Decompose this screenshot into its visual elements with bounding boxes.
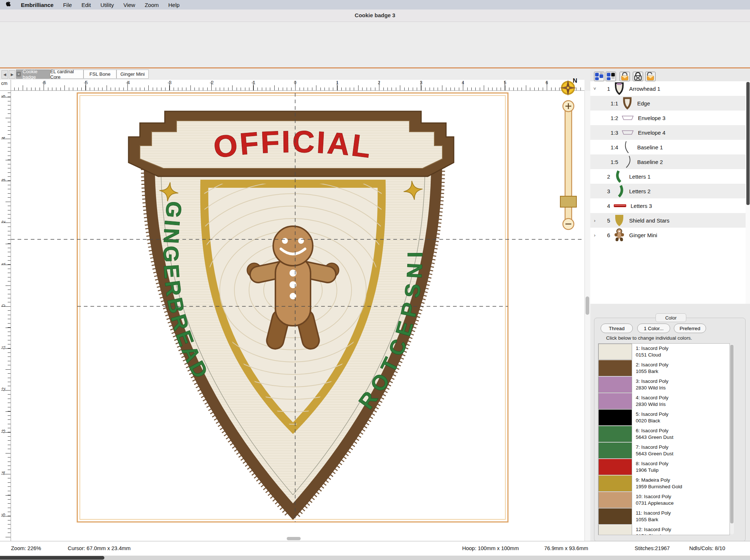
object-number: 1:2 (598, 115, 618, 121)
thread-row[interactable]: 9: Madeira Poly1959 Burnished Gold (598, 475, 729, 492)
ruler-label: -4 (124, 80, 131, 85)
chevron-down-icon[interactable]: ˅ (592, 86, 598, 92)
object-row-envelope-3[interactable]: 1:2 Envelope 3 (590, 111, 746, 125)
object-number: 1:3 (598, 130, 618, 136)
object-list-scroll-thumb[interactable] (746, 82, 750, 205)
compass-orientation-icon[interactable]: N (558, 77, 580, 99)
expand-all-icon[interactable] (594, 72, 604, 81)
thread-list-scroll-thumb[interactable] (730, 345, 734, 523)
color-swatch[interactable] (598, 426, 632, 442)
thread-row[interactable]: 5: Isacord Poly0020 Black (598, 410, 729, 426)
color-swatch[interactable] (598, 443, 632, 459)
ruler-label: 4 (459, 80, 467, 85)
thread-row[interactable]: 8: Isacord Poly1906 Tulip (598, 459, 729, 475)
thread-row[interactable]: 11: Isacord Poly1055 Bark (598, 508, 729, 525)
chevron-right-icon[interactable]: › (592, 232, 598, 238)
object-row-shield-and-stars[interactable]: › 5 Shield and Stars (590, 213, 746, 228)
one-color-button[interactable]: 1 Color... (637, 324, 670, 333)
ruler-label: -1 (250, 80, 257, 85)
thread-row[interactable]: 2: Isacord Poly1055 Bark (598, 360, 729, 377)
tab-next-arrow[interactable]: ▶ (9, 70, 15, 79)
lock-closed-icon[interactable] (620, 72, 630, 81)
color-swatch[interactable] (598, 410, 632, 426)
object-row-ginger-mini[interactable]: › 6 Ginger Mini (590, 228, 746, 242)
object-row-letters-2[interactable]: 3 Letters 2 (590, 184, 746, 198)
thread-row[interactable]: 1: Isacord Poly0151 Cloud (598, 344, 729, 360)
object-row-baseline-2[interactable]: 1:5 Baseline 2 (590, 154, 746, 169)
object-label: Letters 1 (629, 173, 650, 180)
color-swatch[interactable] (598, 344, 632, 360)
arrowhead-thumb-icon (613, 82, 625, 96)
menu-view[interactable]: View (123, 2, 135, 8)
preferred-button[interactable]: Preferred (674, 324, 706, 333)
canvas-horizontal-scrollbar[interactable] (287, 537, 301, 540)
status-stitches: Stitches:21967 (635, 545, 670, 551)
ruler-label: 1 (1, 261, 6, 267)
object-row-edge[interactable]: 1:1 Edge (590, 96, 746, 111)
object-number: 3 (598, 188, 610, 194)
ruler-label: 0 (1, 302, 6, 309)
object-number: 6 (598, 232, 610, 238)
object-label: Arrowhead 1 (629, 86, 660, 92)
object-row-arrowhead[interactable]: ˅ 1 Arrowhead 1 (590, 81, 746, 96)
thread-row[interactable]: 12: Isacord Poly0151 Cloud (598, 525, 729, 535)
bottom-scroll-thumb[interactable] (0, 556, 104, 560)
canvas-vscroll-thumb[interactable] (586, 296, 589, 315)
canvas-vertical-scrollbar[interactable] (584, 91, 590, 541)
object-row-envelope-4[interactable]: 1:3 Envelope 4 (590, 125, 746, 140)
object-number: 4 (598, 203, 610, 209)
object-row-letters-1[interactable]: 2 Letters 1 (590, 169, 746, 184)
object-number: 1:5 (598, 159, 618, 165)
color-swatch[interactable] (598, 393, 632, 409)
close-tab-icon[interactable]: ✕ (16, 72, 21, 76)
red-letters-thumb-icon (613, 202, 627, 209)
ruler-label: -6 (40, 80, 48, 85)
status-cursor: Cursor: 67.0mm x 23.4mm (68, 545, 131, 551)
tab-ginger-mini[interactable]: Ginger Mini (116, 70, 149, 79)
thread-row[interactable]: 10: Isacord Poly0731 Applesauce (598, 492, 729, 508)
status-needles-colors: Ndls/Cols: 8/10 (689, 545, 725, 551)
apple-logo-icon[interactable] (6, 1, 11, 8)
ruler-label: 2 (375, 80, 383, 85)
lock-open-icon[interactable] (645, 72, 656, 81)
color-swatch[interactable] (598, 508, 632, 524)
menu-zoom[interactable]: Zoom (145, 2, 159, 8)
thread-row[interactable]: 3: Isacord Poly2830 Wild Iris (598, 377, 729, 393)
thread-button[interactable]: Thread (601, 324, 633, 333)
object-row-baseline-1[interactable]: 1:4 Baseline 1 (590, 140, 746, 154)
canvas-zoom-slider[interactable] (560, 101, 576, 229)
color-panel-caption: Click below to change individual colors. (606, 335, 692, 341)
ruler-label: -4 (1, 470, 6, 477)
thread-row[interactable]: 7: Isacord Poly5643 Green Dust (598, 443, 729, 459)
tab-el-cardinal-core[interactable]: EL cardinal Core (50, 70, 83, 79)
color-swatch[interactable] (598, 459, 632, 475)
status-hoop: Hoop: 100mm x 100mm (462, 545, 519, 551)
menu-file[interactable]: File (63, 2, 72, 8)
tab-prev-arrow[interactable]: ◀ (1, 70, 8, 79)
compass-n-label: N (573, 77, 577, 84)
thread-row[interactable]: 6: Isacord Poly5643 Green Dust (598, 426, 729, 443)
menu-utility[interactable]: Utility (100, 2, 114, 8)
color-swatch[interactable] (598, 492, 632, 508)
color-swatch[interactable] (598, 475, 632, 492)
lock-disabled-icon[interactable] (633, 72, 643, 81)
tab-fsl-bone[interactable]: FSL Bone (83, 70, 116, 79)
color-swatch[interactable] (598, 377, 632, 393)
color-panel-tab[interactable]: Color (656, 313, 686, 322)
bottom-scrollbar[interactable] (0, 556, 750, 560)
object-label: Edge (637, 100, 650, 107)
menu-help[interactable]: Help (168, 2, 180, 8)
object-row-letters-3[interactable]: 4 Letters 3 (590, 198, 746, 213)
design-canvas[interactable]: OFFICIAL GINGERBREAD ROTCEPSNI (11, 91, 584, 541)
tab-cookie-badge[interactable]: ✕Cookie badge (16, 70, 50, 79)
letters-thumb-icon (613, 184, 625, 198)
app-menu-embrilliance[interactable]: Embrilliance (21, 2, 53, 8)
chevron-right-icon[interactable]: › (592, 218, 598, 223)
color-swatch[interactable] (598, 360, 632, 376)
collapse-all-icon[interactable] (606, 72, 616, 81)
object-number: 1 (598, 86, 610, 92)
thread-row[interactable]: 4: Isacord Poly2830 Wild Iris (598, 393, 729, 410)
zoom-slider-handle[interactable] (560, 196, 576, 207)
menu-edit[interactable]: Edit (81, 2, 91, 8)
color-swatch[interactable] (598, 525, 632, 535)
